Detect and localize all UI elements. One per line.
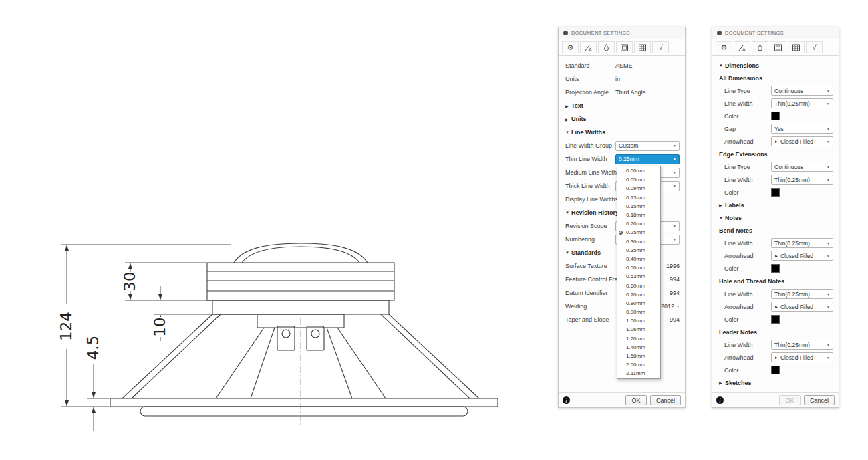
select-value: Thin(0.25mm) (774, 342, 825, 348)
line-width-option-selected[interactable]: 0.25mm (617, 228, 660, 237)
arrowhead-select[interactable]: ► Closed Filled ▼ (771, 136, 833, 146)
chevron-down-icon: ▼ (827, 178, 830, 182)
line-width-select[interactable]: Thin(0.25mm) ▼ (771, 238, 833, 248)
cancel-button[interactable]: Cancel (804, 395, 835, 405)
line-width-option[interactable]: 0.90mm (617, 308, 660, 316)
table-icon[interactable] (788, 41, 805, 53)
field-label: Color (724, 189, 771, 196)
dim-plate-label: 10 (151, 317, 168, 336)
section-line-widths[interactable]: ▼ Line Widths (559, 126, 685, 139)
field-label: Color (724, 265, 771, 272)
section-text[interactable]: ▶ Text (559, 99, 685, 112)
line-width-select[interactable]: Thin(0.25mm) ▼ (771, 340, 833, 350)
line-width-option[interactable]: 0.70mm (617, 290, 660, 299)
thin-line-width-select[interactable]: 0.25mm ▼ (615, 154, 680, 164)
subsection-bend-notes: Bend Notes (712, 224, 839, 237)
ok-button-disabled: OK (779, 395, 801, 405)
color-swatch[interactable] (771, 264, 780, 273)
radical-icon[interactable]: √ (806, 41, 823, 53)
color-swatch[interactable] (771, 188, 780, 197)
section-units[interactable]: ▶ Units (559, 112, 685, 126)
arrowhead-select[interactable]: ► Closed Filled ▼ (771, 302, 833, 312)
chevron-down-icon: ▼ (673, 224, 676, 228)
dimension-labels: 124 4.5 30 10 (57, 271, 168, 360)
color-swatch[interactable] (771, 315, 780, 324)
field-value-partial: 1996 (666, 263, 680, 269)
sheet-icon[interactable] (770, 41, 786, 53)
line-width-option[interactable]: 0.05mm (617, 175, 660, 184)
paint-drop-icon[interactable] (752, 41, 768, 53)
arrowhead-select[interactable]: ► Closed Filled ▼ (771, 352, 833, 362)
line-width-option[interactable]: 1.40mm (617, 343, 660, 352)
subsection-all-dimensions: All Dimensions (712, 72, 839, 84)
line-width-select[interactable]: Thin(0.25mm) ▼ (771, 98, 833, 108)
sheet-icon[interactable] (616, 41, 633, 53)
table-icon[interactable] (634, 41, 651, 53)
line-type-select[interactable]: Continuous ▼ (771, 162, 833, 172)
select-value: 0.25mm (619, 156, 672, 162)
line-width-option[interactable]: 0.09mm (617, 184, 660, 193)
line-type-select[interactable]: Continuous ▼ (771, 86, 833, 96)
subsection-label: All Dimensions (719, 75, 762, 82)
line-width-option[interactable]: 1.00mm (617, 316, 660, 325)
section-dimensions[interactable]: ▼ Dimensions (712, 59, 839, 72)
line-width-option[interactable]: 0.60mm (617, 281, 660, 290)
field-label: Medium Line Width (565, 169, 617, 176)
info-icon[interactable]: i (563, 396, 570, 404)
cancel-button[interactable]: Cancel (650, 395, 681, 405)
line-width-option[interactable]: 0.50mm (617, 263, 660, 272)
arrowhead-glyph-icon: ► (774, 305, 778, 309)
line-width-option[interactable]: 2.00mm (617, 360, 660, 369)
line-width-option[interactable]: 0.00mm (617, 166, 660, 175)
section-labels[interactable]: ▶ Labels (712, 199, 839, 211)
text-style-icon[interactable]: A (580, 41, 597, 53)
line-width-option[interactable]: 0.40mm (617, 255, 660, 263)
section-sketches[interactable]: ▶ Sketches (712, 376, 839, 389)
line-width-option[interactable]: 0.13mm (617, 193, 660, 202)
dialog-header[interactable]: DOCUMENT SETTINGS (559, 27, 685, 39)
dialog-header[interactable]: DOCUMENT SETTINGS (712, 27, 839, 39)
gear-icon[interactable]: ⚙ (716, 41, 732, 53)
subsection-label: Bend Notes (719, 227, 752, 234)
section-label: Line Widths (571, 129, 605, 136)
dim-overall-label: 124 (57, 312, 75, 341)
section-notes[interactable]: ▼ Notes (712, 211, 839, 224)
section-label: Standards (571, 249, 601, 256)
subsection-label: Hole and Thread Notes (719, 278, 784, 285)
field-label: Arrowhead (724, 304, 771, 310)
chevron-down-icon: ▼ (719, 216, 725, 220)
line-width-option[interactable]: 1.20mm (617, 334, 660, 343)
radical-icon[interactable]: √ (652, 41, 669, 53)
row-color: Color (712, 364, 839, 376)
color-swatch[interactable] (771, 112, 780, 120)
line-width-option[interactable]: 1.58mm (617, 352, 660, 360)
gear-icon[interactable]: ⚙ (562, 41, 579, 53)
line-width-select[interactable]: Thin(0.25mm) ▼ (771, 289, 833, 299)
line-width-option[interactable]: 1.06mm (617, 325, 660, 334)
select-value: Thin(0.25mm) (774, 240, 825, 247)
color-swatch[interactable] (771, 366, 780, 374)
line-width-select[interactable]: Thin(0.25mm) ▼ (771, 175, 833, 185)
line-width-option[interactable]: 2.11mm (617, 369, 660, 378)
arrowhead-select[interactable]: ► Closed Filled ▼ (771, 251, 833, 261)
line-width-option[interactable]: 0.80mm (617, 299, 660, 308)
line-width-option[interactable]: 0.35mm (617, 246, 660, 255)
line-width-option[interactable]: 0.53mm (617, 272, 660, 281)
line-width-option[interactable]: 0.15mm (617, 202, 660, 211)
ok-button[interactable]: OK (625, 395, 647, 405)
paint-drop-icon[interactable] (598, 41, 615, 53)
chevron-down-icon: ▼ (673, 157, 676, 161)
gap-select[interactable]: Yes ▼ (771, 124, 833, 134)
option-label: 0.25mm (626, 229, 645, 235)
chevron-right-icon: ▶ (565, 104, 571, 108)
line-width-option[interactable]: 0.20mm (617, 219, 660, 228)
row-color: Color (712, 110, 839, 122)
line-width-group-select[interactable]: Custom ▼ (615, 141, 680, 151)
info-icon[interactable]: i (716, 396, 724, 404)
line-width-option[interactable]: 0.18mm (617, 211, 660, 219)
row-line-width: Line Width Thin(0.25mm) ▼ (712, 288, 839, 300)
text-style-icon[interactable]: A (734, 41, 750, 53)
svg-text:A: A (742, 47, 746, 52)
chevron-down-icon[interactable]: ▼ (676, 304, 680, 308)
line-width-option[interactable]: 0.30mm (617, 237, 660, 246)
